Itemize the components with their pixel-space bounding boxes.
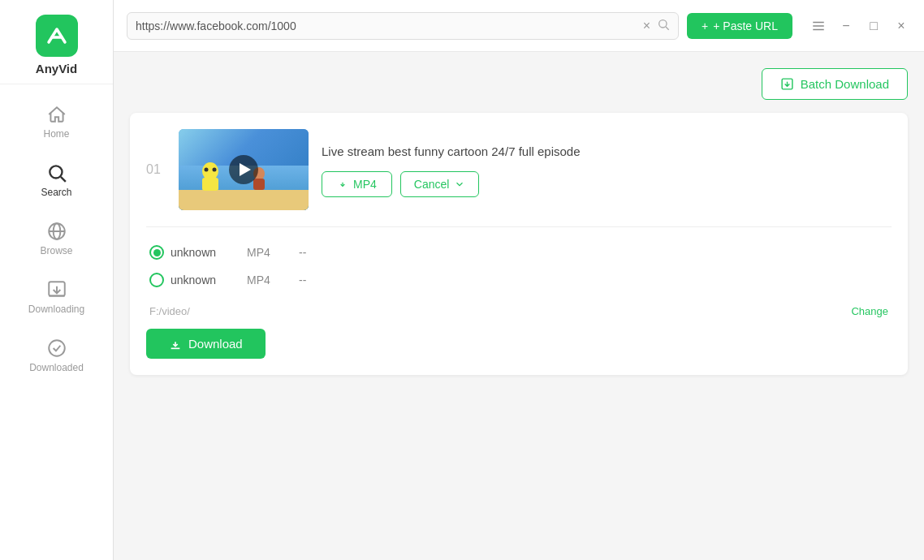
paste-url-button[interactable]: + + Paste URL xyxy=(687,13,792,39)
video-title: Live stream best funny cartoon 24/7 full… xyxy=(322,143,892,160)
video-info: Live stream best funny cartoon 24/7 full… xyxy=(322,143,892,197)
video-top: 01 xyxy=(146,129,892,210)
radio-q2[interactable] xyxy=(149,273,164,287)
svg-rect-17 xyxy=(202,178,218,191)
change-link[interactable]: Change xyxy=(851,305,888,317)
cancel-button[interactable]: Cancel xyxy=(400,171,480,197)
batch-download-label: Batch Download xyxy=(801,77,889,91)
logo-area: AnyVid xyxy=(0,0,113,84)
video-actions: MP4 Cancel xyxy=(322,171,892,197)
download-button[interactable]: Download xyxy=(146,329,266,359)
sidebar-item-search[interactable]: Search xyxy=(0,151,113,209)
search-icon xyxy=(46,162,67,183)
svg-point-8 xyxy=(49,340,65,356)
play-button[interactable] xyxy=(229,155,258,184)
radio-wrap-1[interactable]: unknown xyxy=(149,245,235,260)
batch-download-icon xyxy=(780,77,794,91)
cartoon-char-1 xyxy=(198,162,222,192)
app-name: AnyVid xyxy=(36,62,77,75)
browse-label: Browse xyxy=(40,245,72,256)
window-controls: − □ × xyxy=(809,16,911,36)
downloading-label: Downloading xyxy=(28,304,84,315)
download-label: Download xyxy=(188,337,243,351)
sidebar: AnyVid Home Search Browse Downloading xyxy=(0,0,114,560)
browse-icon xyxy=(46,221,67,242)
home-icon xyxy=(46,104,67,125)
video-thumbnail xyxy=(179,129,309,210)
radio-q1[interactable] xyxy=(149,245,164,260)
svg-rect-21 xyxy=(253,179,265,190)
url-input[interactable] xyxy=(136,19,637,32)
search-label: Search xyxy=(41,187,71,198)
sidebar-item-downloaded[interactable]: Downloaded xyxy=(0,326,113,385)
svg-point-0 xyxy=(50,166,62,178)
svg-line-10 xyxy=(666,27,669,30)
svg-point-9 xyxy=(659,19,667,27)
svg-point-19 xyxy=(213,168,217,172)
svg-point-18 xyxy=(205,168,209,172)
video-index: 01 xyxy=(146,162,166,177)
url-clear-button[interactable]: × xyxy=(641,19,652,32)
sidebar-item-downloading[interactable]: Downloading xyxy=(0,268,113,326)
minimize-button[interactable]: − xyxy=(836,16,856,36)
radio-wrap-2[interactable]: unknown xyxy=(149,273,235,287)
paste-plus-icon: + xyxy=(702,19,708,32)
app-logo-icon xyxy=(36,15,78,57)
sidebar-item-browse[interactable]: Browse xyxy=(0,209,113,268)
url-search-icon xyxy=(657,18,670,34)
quality-row-2: unknown MP4 -- xyxy=(146,266,892,294)
svg-point-16 xyxy=(202,162,218,180)
cancel-label: Cancel xyxy=(414,178,450,191)
quality-size-1: -- xyxy=(299,246,331,259)
quality-row-1: unknown MP4 -- xyxy=(146,239,892,266)
quality-format-1: MP4 xyxy=(247,246,287,259)
mp4-label: MP4 xyxy=(353,178,377,191)
home-label: Home xyxy=(43,128,69,140)
svg-line-1 xyxy=(60,177,65,182)
divider xyxy=(146,226,892,227)
quality-format-2: MP4 xyxy=(247,274,287,286)
close-button[interactable]: × xyxy=(892,16,911,36)
video-card: 01 xyxy=(130,113,908,375)
scene-sand xyxy=(179,190,309,210)
batch-download-wrap: Batch Download xyxy=(130,68,908,100)
cancel-chevron-icon xyxy=(454,179,465,190)
topbar: × + + Paste URL − □ × xyxy=(114,0,924,52)
maximize-button[interactable]: □ xyxy=(864,16,883,36)
content-area: Batch Download 01 xyxy=(114,52,924,560)
save-path-row: F:/video/ Change xyxy=(146,297,892,321)
save-path-text: F:/video/ xyxy=(149,305,190,317)
download-icon xyxy=(169,338,182,351)
quality-size-2: -- xyxy=(299,274,331,286)
quality-name-1: unknown xyxy=(171,246,235,259)
downloading-icon xyxy=(46,279,67,300)
quality-name-2: unknown xyxy=(171,274,235,286)
batch-download-button[interactable]: Batch Download xyxy=(762,68,908,100)
downloaded-label: Downloaded xyxy=(29,362,84,373)
quality-options: unknown MP4 -- unknown MP4 -- xyxy=(146,235,892,297)
mp4-download-icon xyxy=(337,179,348,190)
paste-url-label: + Paste URL xyxy=(713,19,778,32)
downloaded-icon xyxy=(46,338,67,359)
url-input-wrap: × xyxy=(127,12,679,40)
mp4-button[interactable]: MP4 xyxy=(322,171,392,197)
sidebar-item-home[interactable]: Home xyxy=(0,93,113,151)
menu-button[interactable] xyxy=(809,16,828,36)
main-area: × + + Paste URL − □ × xyxy=(114,0,924,560)
